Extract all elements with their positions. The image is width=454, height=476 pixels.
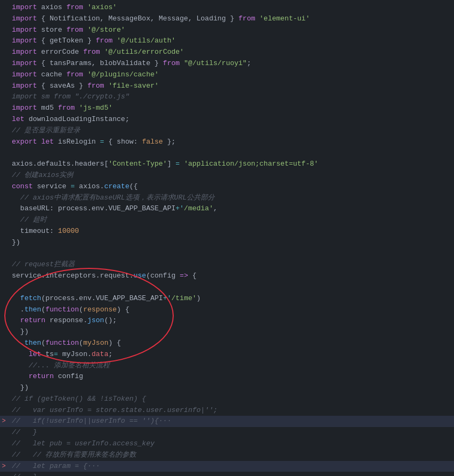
line-content-37: // var userInfo = store.state.user.useri…	[8, 405, 454, 416]
token: import	[12, 70, 37, 79]
token: ,	[213, 204, 217, 212]
token: /time'	[171, 294, 196, 302]
token: store	[37, 26, 67, 34]
token	[12, 294, 20, 302]
line-content-13: export let isRelogin = { show: false };	[8, 137, 454, 148]
token: 'application/json;charset=utf-8'	[184, 160, 318, 168]
token: from	[163, 59, 180, 67]
line-content-31: .then(function(myJson) {	[8, 338, 454, 349]
token	[75, 104, 79, 112]
token: 10000	[58, 227, 79, 235]
token: // // 存放所有需要用来签名的参数	[12, 451, 136, 459]
line-33: //... 添加签名相关流程	[0, 360, 454, 372]
line-17: const service = axios.create({	[0, 181, 454, 193]
token: myJson	[83, 339, 109, 347]
line-43: // }	[0, 472, 454, 476]
token: fetch	[20, 294, 41, 302]
token: let	[29, 350, 41, 358]
token: =	[54, 350, 58, 358]
token: // 超时	[12, 216, 47, 224]
line-content-6: import { tansParams, blobValidate } from…	[8, 58, 454, 69]
token: })	[12, 328, 29, 336]
line-23	[0, 248, 454, 260]
line-29: return response.json();	[0, 315, 454, 326]
token: ) {	[117, 306, 129, 314]
token: (	[79, 306, 83, 314]
line-25: service.interceptors.request.use(config …	[0, 271, 454, 282]
line-content-10: import md5 from 'js-md5'	[8, 103, 454, 114]
token: use	[133, 272, 146, 280]
token: // if(!userInfo||userInfo == ''){···	[12, 417, 171, 425]
line-16: // 创建axios实例	[0, 170, 454, 181]
token: baseURL: process.env.VUE_APP_BASE_API	[12, 204, 175, 212]
token: return	[12, 316, 45, 324]
line-6: import { tansParams, blobValidate } from…	[0, 58, 454, 69]
token: isRelogin	[54, 138, 100, 146]
token: // axios中请求配置有baseURL选项，表示请求URL公共部分	[12, 194, 215, 202]
token: function	[45, 339, 79, 347]
token: downloadLoadingInstance;	[24, 115, 129, 123]
token	[37, 138, 41, 146]
line-content-20: // 超时	[8, 215, 454, 226]
line-content-30: })	[8, 326, 454, 338]
line-39: // }	[0, 427, 454, 438]
token: "@/utils/ruoyi"	[184, 59, 247, 67]
line-12: // 是否显示重新登录	[0, 125, 454, 137]
line-content-22: })	[8, 237, 454, 248]
token: from	[83, 48, 100, 56]
token: return	[12, 372, 54, 380]
line-content-11: let downloadLoadingInstance;	[8, 114, 454, 125]
token: { show:	[104, 138, 142, 146]
token: ]	[167, 160, 176, 168]
line-content-42: // let param = {···	[8, 461, 454, 472]
token: 'axios'	[87, 3, 117, 11]
token	[180, 160, 184, 168]
token: '@/store'	[87, 26, 125, 34]
line-indicator-38: >	[0, 416, 8, 427]
line-content-38: // if(!userInfo||userInfo == ''){···	[8, 416, 454, 427]
token: .	[12, 339, 24, 347]
token: import	[12, 59, 37, 67]
token: import	[12, 3, 37, 11]
line-15: axios.defaults.headers['Content-Type'] =…	[0, 159, 454, 170]
token	[12, 350, 29, 358]
line-content-18: // axios中请求配置有baseURL选项，表示请求URL公共部分	[8, 193, 454, 204]
line-10: import md5 from 'js-md5'	[0, 103, 454, 114]
token	[112, 37, 117, 45]
line-36: // if (getToken() && !isToken) {	[0, 394, 454, 405]
line-content-32: let ts= myJson.data;	[8, 349, 454, 360]
token: '@/utils/errorCode'	[104, 48, 184, 56]
token: +'	[163, 294, 172, 302]
token: timeout:	[12, 227, 58, 235]
token: '@/utils/auth'	[117, 37, 175, 45]
line-4: import { getToken } from '@/utils/auth'	[0, 35, 454, 47]
line-content-36: // if (getToken() && !isToken) {	[8, 394, 454, 405]
token: /media'	[184, 204, 214, 212]
token: // let pub = userInfo.access_key	[12, 439, 154, 447]
line-38: >// if(!userInfo||userInfo == ''){···	[0, 416, 454, 427]
code-lines: import axios from 'axios'import { Notifi…	[0, 2, 454, 476]
token: from	[58, 104, 75, 112]
line-indicator-42: >	[0, 461, 8, 472]
token: config	[54, 372, 83, 380]
token: from	[87, 82, 104, 90]
line-content-26	[8, 282, 454, 293]
token	[100, 48, 104, 56]
token: ;	[247, 59, 251, 67]
token: +'	[175, 204, 184, 212]
line-content-12: // 是否显示重新登录	[8, 125, 454, 137]
line-9: import sm from "./crypto.js"	[0, 91, 454, 103]
token: ();	[104, 316, 117, 324]
token: })	[12, 238, 20, 246]
line-37: // var userInfo = store.state.user.useri…	[0, 405, 454, 416]
token: // request拦截器	[12, 260, 75, 268]
token: =	[175, 160, 180, 168]
line-content-9: import sm from "./crypto.js"	[8, 91, 454, 103]
line-32: let ts= myJson.data;	[0, 349, 454, 360]
line-27: fetch(process.env.VUE_APP_BASE_API+'/tim…	[0, 293, 454, 304]
token: axios	[37, 3, 67, 11]
token: // var userInfo = store.state.user.useri…	[12, 406, 217, 414]
line-41: // // 存放所有需要用来签名的参数	[0, 450, 454, 461]
token: from	[66, 70, 83, 79]
token: import	[12, 48, 37, 56]
